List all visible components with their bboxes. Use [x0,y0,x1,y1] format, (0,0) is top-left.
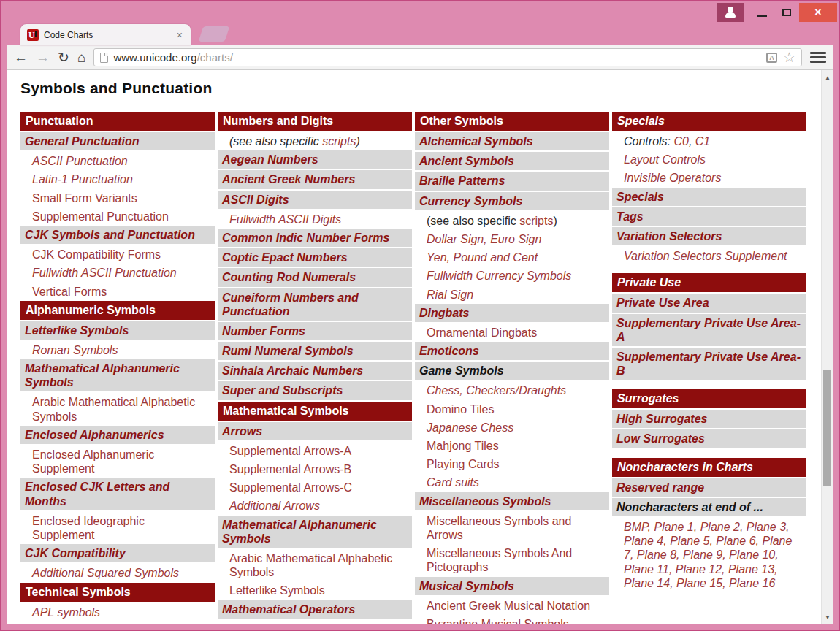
block-subheader-link[interactable]: Number Forms [218,322,412,340]
block-subheader-link[interactable]: Dingbats [415,304,609,322]
chart-link[interactable]: Fullwidth Currency Symbols [415,267,609,285]
chart-link[interactable]: Chess, Checkers/Draughts [415,381,609,399]
scroll-down-icon[interactable]: ▼ [822,611,833,623]
home-icon[interactable]: ⌂ [77,50,85,64]
chart-link[interactable]: Supplemental Arrows-B [218,460,412,478]
back-icon[interactable]: ← [14,50,28,64]
chart-link[interactable]: Vertical Forms [20,283,215,301]
maximize-button[interactable] [774,3,799,22]
block-subheader-link[interactable]: Super and Subscripts [218,381,412,399]
chart-link[interactable]: Additional Arrows [218,497,412,515]
block-subheader-link[interactable]: Cuneiform Numbers and Punctuation [218,288,412,321]
chart-link[interactable]: C0 [673,135,688,148]
chart-link[interactable]: Byzantine Musical Symbols [415,615,609,624]
bookmark-star-icon[interactable]: ☆ [783,50,795,64]
chart-link[interactable]: Enclosed Ideographic Supplement [20,512,215,544]
block-subheader-link[interactable]: Enclosed CJK Letters and Months [20,478,215,510]
chart-link[interactable]: Basic operators: Plus, Factorial, Divisi… [218,620,412,624]
block-subheader-link[interactable]: Musical Symbols [415,577,609,595]
chart-link[interactable]: Card suits [415,473,609,492]
chart-link[interactable]: Supplemental Arrows-C [218,478,412,497]
chart-link[interactable]: Miscellaneous Symbols and Arrows [415,512,609,544]
block-subheader-link[interactable]: Variation Selectors [612,227,806,245]
chart-link[interactable]: Fullwidth ASCII Punctuation [20,264,215,282]
chart-link[interactable]: ASCII Punctuation [20,152,215,170]
chart-link[interactable]: Mahjong Tiles [415,437,609,455]
block-subheader-link[interactable]: Supplementary Private Use Area-A [612,314,806,346]
browser-tab[interactable]: U Code Charts × [20,24,191,45]
chart-link[interactable]: Dollar Sign, Euro Sign [415,230,609,248]
minimize-button[interactable] [749,3,774,22]
block-subheader-link[interactable]: CJK Symbols and Punctuation [20,226,215,244]
block-subheader-link[interactable]: Currency Symbols [415,192,609,210]
chart-link[interactable]: BMP, Plane 1, Plane 2, Plane 3, Plane 4,… [612,518,806,592]
chart-link[interactable]: CJK Compatibility Forms [20,245,215,264]
chart-link[interactable]: Rial Sign [415,286,609,304]
chart-link[interactable]: Invisible Operators [612,169,806,187]
block-subheader-link[interactable]: Counting Rod Numerals [218,268,412,286]
block-subheader-link[interactable]: Sinhala Archaic Numbers [218,362,412,380]
menu-button[interactable] [810,50,826,64]
chart-link[interactable]: scripts [322,135,356,148]
chart-link[interactable]: Layout Controls [612,150,806,169]
chart-link[interactable]: Variation Selectors Supplement [612,247,806,265]
chart-link[interactable]: Arabic Mathematical Alphabetic Symbols [20,393,215,425]
block-subheader-link[interactable]: Alchemical Symbols [415,132,609,150]
block-subheader-link[interactable]: Braille Patterns [415,172,609,190]
chart-link[interactable]: C1 [695,135,710,148]
block-subheader-link[interactable]: Private Use Area [612,294,806,312]
block-subheader-link[interactable]: Enclosed Alphanumerics [20,426,215,444]
block-subheader-link[interactable]: Mathematical Alphanumeric Symbols [218,516,412,548]
block-subheader-link[interactable]: Aegean Numbers [218,150,412,169]
profile-button[interactable] [717,3,744,22]
block-subheader-link[interactable]: Ancient Greek Numbers [218,170,412,188]
block-subheader-link[interactable]: Common Indic Number Forms [218,229,412,247]
chart-link[interactable]: Letterlike Symbols [218,581,412,600]
chart-link[interactable]: Miscellaneous Symbols And Pictographs [415,544,609,576]
scroll-up-icon[interactable]: ▲ [822,72,833,83]
chart-link[interactable]: Japanese Chess [415,418,609,437]
chart-link[interactable]: Supplemental Arrows-A [218,442,412,460]
chart-link[interactable]: Control Pictures [20,622,215,624]
block-subheader-link[interactable]: Tags [612,207,806,226]
block-subheader-link[interactable]: Mathematical Alphanumeric Symbols [20,359,215,391]
close-button[interactable]: × [799,3,837,22]
block-subheader-link[interactable]: Miscellaneous Symbols [415,492,609,510]
block-subheader-link[interactable]: Ancient Symbols [415,152,609,170]
chart-link[interactable]: Latin-1 Punctuation [20,170,215,188]
block-subheader-link[interactable]: Mathematical Operators [218,600,412,619]
chart-link[interactable]: APL symbols [20,603,215,622]
scrollbar[interactable]: ▲ ▼ [821,70,833,624]
translate-icon[interactable]: A [766,53,777,63]
chart-link[interactable]: Ancient Greek Musical Notation [415,597,609,615]
chart-link[interactable]: Fullwidth ASCII Digits [218,210,412,229]
reload-icon[interactable]: ↻ [58,50,69,64]
chart-link[interactable]: Domino Tiles [415,400,609,418]
block-subheader-link[interactable]: ASCII Digits [218,191,412,209]
block-subheader-link[interactable]: Arrows [218,422,412,440]
url-text[interactable]: www.unicode.org/charts/ [113,51,761,64]
chart-link[interactable]: Enclosed Alphanumeric Supplement [20,445,215,478]
block-subheader-link[interactable]: Coptic Epact Numbers [218,248,412,267]
scrollbar-thumb[interactable] [823,370,831,486]
block-subheader-link[interactable]: Specials [612,188,806,206]
block-subheader-link[interactable]: Emoticons [415,342,609,360]
block-subheader-link[interactable]: CJK Compatibility [20,544,215,562]
chart-link[interactable]: Yen, Pound and Cent [415,248,609,267]
tab-close-icon[interactable]: × [175,28,185,42]
chart-link[interactable]: Supplemental Punctuation [20,207,215,226]
block-subheader-link[interactable]: Supplementary Private Use Area-B [612,348,806,380]
address-bar[interactable]: www.unicode.org/charts/ A ☆ [93,48,802,66]
chart-link[interactable]: Small Form Variants [20,189,215,207]
chart-link[interactable]: Arabic Mathematical Alphabetic Symbols [218,549,412,581]
block-subheader-link[interactable]: General Punctuation [20,132,215,150]
block-subheader-link[interactable]: Rumi Numeral Symbols [218,342,412,360]
block-subheader-link[interactable]: Low Surrogates [612,429,806,448]
chart-link[interactable]: Additional Squared Symbols [20,564,215,582]
block-subheader-link[interactable]: Reserved range [612,478,806,497]
block-subheader-link[interactable]: Letterlike Symbols [20,321,215,340]
chart-link[interactable]: Ornamental Dingbats [415,324,609,342]
new-tab-button[interactable] [199,26,230,42]
chart-link[interactable]: Roman Symbols [20,341,215,359]
chart-link[interactable]: scripts [519,215,553,227]
